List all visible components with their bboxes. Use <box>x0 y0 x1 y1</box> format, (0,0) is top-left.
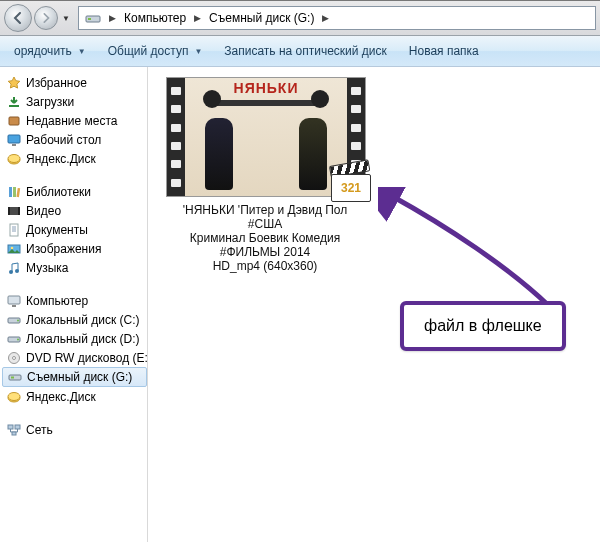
recent-icon <box>6 113 22 129</box>
nav-video[interactable]: Видео <box>2 201 147 220</box>
svg-rect-14 <box>10 224 18 236</box>
svg-rect-13 <box>18 207 20 215</box>
desktop-icon <box>6 132 22 148</box>
new-folder-button[interactable]: Новая папка <box>401 41 487 61</box>
nav-local-d[interactable]: Локальный диск (D:) <box>2 329 147 348</box>
file-name: 'НЯНЬКИ 'Питер и Дэвид Пол #США Криминал… <box>166 203 364 273</box>
nav-images[interactable]: Изображения <box>2 239 147 258</box>
nav-forward-button[interactable] <box>34 6 58 30</box>
file-item[interactable]: НЯНЬКИ 321 'НЯНЬКИ 'Питер и Дэвид Пол #С… <box>166 77 364 273</box>
yadisk-icon <box>6 151 22 167</box>
annotation-callout: файл в флешке <box>400 301 566 351</box>
svg-point-16 <box>11 246 14 249</box>
svg-point-7 <box>8 154 20 162</box>
breadcrumb-current[interactable]: Съемный диск (G:) ▶ <box>205 9 333 27</box>
svg-rect-1 <box>88 18 91 20</box>
video-thumbnail: НЯНЬКИ 321 <box>166 77 366 197</box>
svg-rect-31 <box>8 425 13 429</box>
usb-icon <box>7 369 23 385</box>
svg-rect-3 <box>9 117 19 125</box>
drive-icon <box>85 10 101 26</box>
star-icon <box>6 75 22 91</box>
nav-recent[interactable]: Недавние места <box>2 111 147 130</box>
svg-point-24 <box>17 338 19 340</box>
svg-rect-2 <box>9 105 19 107</box>
svg-rect-32 <box>15 425 20 429</box>
share-button[interactable]: Общий доступ▼ <box>100 41 211 61</box>
command-toolbar: орядочить▼ Общий доступ▼ Записать на опт… <box>0 36 600 67</box>
svg-rect-28 <box>11 377 14 379</box>
nav-local-c[interactable]: Локальный диск (C:) <box>2 310 147 329</box>
svg-rect-12 <box>8 207 10 215</box>
nav-yadisk-comp[interactable]: Яндекс.Диск <box>2 387 147 406</box>
svg-rect-27 <box>9 375 21 380</box>
nav-desktop[interactable]: Рабочий стол <box>2 130 147 149</box>
breadcrumb-root[interactable]: ▶ Компьютер ▶ <box>105 9 205 27</box>
svg-rect-9 <box>13 187 16 197</box>
address-bar: ▼ ▶ Компьютер ▶ Съемный диск (G:) ▶ <box>0 1 600 36</box>
yadisk-icon <box>6 389 22 405</box>
music-icon <box>6 260 22 276</box>
svg-point-18 <box>15 269 19 273</box>
downloads-icon <box>6 94 22 110</box>
navigation-pane: Избранное Загрузки Недавние места Рабочи… <box>0 67 148 542</box>
file-list-pane[interactable]: НЯНЬКИ 321 'НЯНЬКИ 'Питер и Дэвид Пол #С… <box>148 67 600 542</box>
svg-rect-4 <box>8 135 20 143</box>
nav-usb-drive[interactable]: Съемный диск (G:) <box>2 367 147 387</box>
nav-network-header[interactable]: Сеть <box>2 420 147 439</box>
nav-documents[interactable]: Документы <box>2 220 147 239</box>
svg-rect-8 <box>9 187 12 197</box>
svg-point-26 <box>13 356 16 359</box>
nav-yadisk-fav[interactable]: Яндекс.Диск <box>2 149 147 168</box>
nav-computer-header[interactable]: Компьютер <box>2 291 147 310</box>
svg-point-17 <box>9 270 13 274</box>
network-icon <box>6 422 22 438</box>
svg-rect-5 <box>12 144 16 146</box>
hdd-icon <box>6 312 22 328</box>
dvd-icon <box>6 350 22 366</box>
nav-back-button[interactable] <box>4 4 32 32</box>
svg-rect-33 <box>12 432 16 435</box>
libraries-icon <box>6 184 22 200</box>
svg-rect-20 <box>12 305 16 307</box>
svg-point-22 <box>17 319 19 321</box>
burn-button[interactable]: Записать на оптический диск <box>216 41 395 61</box>
breadcrumb[interactable]: ▶ Компьютер ▶ Съемный диск (G:) ▶ <box>78 6 596 30</box>
nav-group-computer: Компьютер Локальный диск (C:) Локальный … <box>2 291 147 406</box>
computer-icon <box>6 293 22 309</box>
annotation-label: файл в флешке <box>424 317 542 334</box>
nav-group-libraries: Библиотеки Видео Документы Изображения М… <box>2 182 147 277</box>
nav-libraries-header[interactable]: Библиотеки <box>2 182 147 201</box>
nav-history-dropdown[interactable]: ▼ <box>60 7 72 29</box>
images-icon <box>6 241 22 257</box>
nav-music[interactable]: Музыка <box>2 258 147 277</box>
documents-icon <box>6 222 22 238</box>
mpc-overlay-icon: 321 <box>331 166 371 202</box>
nav-group-network: Сеть <box>2 420 147 439</box>
video-icon <box>6 203 22 219</box>
nav-downloads[interactable]: Загрузки <box>2 92 147 111</box>
nav-dvd[interactable]: DVD RW дисковод (E:) <box>2 348 147 367</box>
svg-point-30 <box>8 392 20 400</box>
nav-group-favorites: Избранное Загрузки Недавние места Рабочи… <box>2 73 147 168</box>
organize-button[interactable]: орядочить▼ <box>6 41 94 61</box>
nav-favorites-header[interactable]: Избранное <box>2 73 147 92</box>
svg-rect-10 <box>16 187 20 196</box>
hdd-icon <box>6 331 22 347</box>
svg-rect-19 <box>8 296 20 304</box>
